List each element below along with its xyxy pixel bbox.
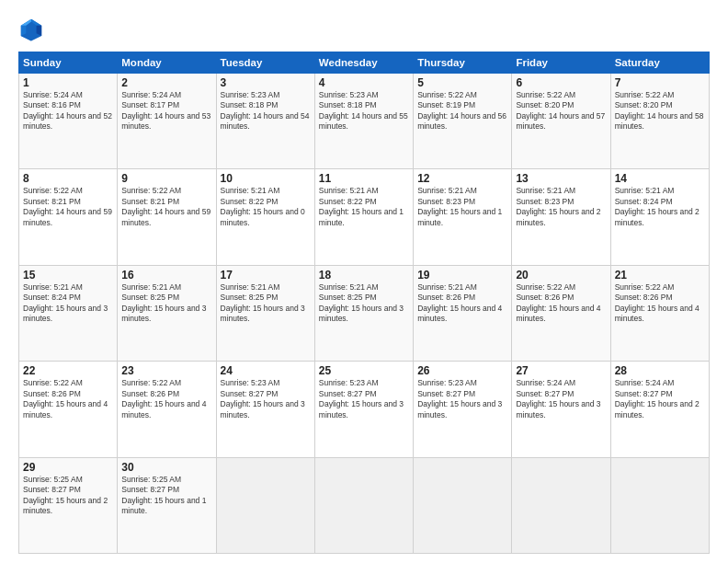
day-number: 23 bbox=[121, 364, 211, 377]
day-number: 6 bbox=[516, 76, 606, 89]
calendar-cell: 20 Sunrise: 5:22 AM Sunset: 8:26 PM Dayl… bbox=[512, 265, 610, 361]
day-number: 21 bbox=[615, 269, 705, 282]
day-info: Sunrise: 5:24 AM Sunset: 8:17 PM Dayligh… bbox=[121, 90, 211, 132]
day-number: 28 bbox=[615, 364, 705, 377]
calendar-week-5: 29 Sunrise: 5:25 AM Sunset: 8:27 PM Dayl… bbox=[19, 457, 710, 553]
calendar-cell bbox=[610, 457, 709, 553]
day-info: Sunrise: 5:23 AM Sunset: 8:27 PM Dayligh… bbox=[221, 378, 311, 420]
day-number: 20 bbox=[516, 269, 606, 282]
day-number: 7 bbox=[615, 76, 705, 89]
calendar-cell: 5 Sunrise: 5:22 AM Sunset: 8:19 PM Dayli… bbox=[414, 74, 512, 169]
day-info: Sunrise: 5:21 AM Sunset: 8:26 PM Dayligh… bbox=[417, 282, 507, 325]
day-info: Sunrise: 5:21 AM Sunset: 8:24 PM Dayligh… bbox=[615, 186, 705, 228]
calendar-cell: 11 Sunrise: 5:21 AM Sunset: 8:22 PM Dayl… bbox=[314, 169, 413, 265]
day-info: Sunrise: 5:23 AM Sunset: 8:27 PM Dayligh… bbox=[417, 378, 507, 420]
calendar-cell: 12 Sunrise: 5:21 AM Sunset: 8:23 PM Dayl… bbox=[414, 169, 512, 265]
day-number: 10 bbox=[221, 172, 311, 185]
calendar-table: SundayMondayTuesdayWednesdayThursdayFrid… bbox=[18, 52, 710, 554]
calendar-cell: 24 Sunrise: 5:23 AM Sunset: 8:27 PM Dayl… bbox=[216, 362, 314, 457]
calendar-cell: 8 Sunrise: 5:22 AM Sunset: 8:21 PM Dayli… bbox=[19, 169, 118, 265]
day-info: Sunrise: 5:21 AM Sunset: 8:24 PM Dayligh… bbox=[23, 282, 113, 325]
calendar-cell: 28 Sunrise: 5:24 AM Sunset: 8:27 PM Dayl… bbox=[610, 362, 709, 457]
day-info: Sunrise: 5:22 AM Sunset: 8:26 PM Dayligh… bbox=[23, 378, 113, 420]
day-info: Sunrise: 5:21 AM Sunset: 8:23 PM Dayligh… bbox=[516, 186, 606, 228]
calendar-header-friday: Friday bbox=[512, 52, 610, 74]
calendar-cell bbox=[216, 457, 314, 553]
calendar-header-row: SundayMondayTuesdayWednesdayThursdayFrid… bbox=[19, 52, 710, 74]
day-info: Sunrise: 5:21 AM Sunset: 8:23 PM Dayligh… bbox=[417, 186, 507, 228]
day-number: 25 bbox=[319, 364, 409, 377]
day-info: Sunrise: 5:24 AM Sunset: 8:27 PM Dayligh… bbox=[516, 378, 606, 420]
day-number: 30 bbox=[121, 461, 211, 474]
day-number: 4 bbox=[319, 76, 409, 89]
calendar-cell: 2 Sunrise: 5:24 AM Sunset: 8:17 PM Dayli… bbox=[118, 74, 216, 169]
calendar-body: 1 Sunrise: 5:24 AM Sunset: 8:16 PM Dayli… bbox=[19, 74, 710, 554]
day-number: 16 bbox=[121, 269, 211, 282]
day-info: Sunrise: 5:22 AM Sunset: 8:20 PM Dayligh… bbox=[615, 90, 705, 132]
calendar-cell: 6 Sunrise: 5:22 AM Sunset: 8:20 PM Dayli… bbox=[512, 74, 610, 169]
calendar-cell: 13 Sunrise: 5:21 AM Sunset: 8:23 PM Dayl… bbox=[512, 169, 610, 265]
day-number: 24 bbox=[221, 364, 311, 377]
day-info: Sunrise: 5:21 AM Sunset: 8:25 PM Dayligh… bbox=[319, 282, 409, 325]
day-info: Sunrise: 5:22 AM Sunset: 8:21 PM Dayligh… bbox=[121, 186, 211, 228]
day-info: Sunrise: 5:21 AM Sunset: 8:22 PM Dayligh… bbox=[319, 186, 409, 228]
day-number: 22 bbox=[23, 364, 113, 377]
calendar-cell: 17 Sunrise: 5:21 AM Sunset: 8:25 PM Dayl… bbox=[216, 265, 314, 361]
day-number: 14 bbox=[615, 172, 705, 185]
day-number: 8 bbox=[23, 172, 113, 185]
day-info: Sunrise: 5:23 AM Sunset: 8:27 PM Dayligh… bbox=[319, 378, 409, 420]
calendar-cell: 1 Sunrise: 5:24 AM Sunset: 8:16 PM Dayli… bbox=[19, 74, 118, 169]
calendar-week-4: 22 Sunrise: 5:22 AM Sunset: 8:26 PM Dayl… bbox=[19, 362, 710, 457]
day-number: 15 bbox=[23, 269, 113, 282]
calendar-cell: 15 Sunrise: 5:21 AM Sunset: 8:24 PM Dayl… bbox=[19, 265, 118, 361]
day-info: Sunrise: 5:25 AM Sunset: 8:27 PM Dayligh… bbox=[121, 475, 211, 517]
day-number: 12 bbox=[417, 172, 507, 185]
calendar-cell: 25 Sunrise: 5:23 AM Sunset: 8:27 PM Dayl… bbox=[314, 362, 413, 457]
calendar-cell bbox=[512, 457, 610, 553]
calendar-week-1: 1 Sunrise: 5:24 AM Sunset: 8:16 PM Dayli… bbox=[19, 74, 710, 169]
day-info: Sunrise: 5:24 AM Sunset: 8:27 PM Dayligh… bbox=[615, 378, 705, 420]
calendar-cell: 30 Sunrise: 5:25 AM Sunset: 8:27 PM Dayl… bbox=[118, 457, 216, 553]
day-info: Sunrise: 5:22 AM Sunset: 8:26 PM Dayligh… bbox=[121, 378, 211, 420]
calendar-week-2: 8 Sunrise: 5:22 AM Sunset: 8:21 PM Dayli… bbox=[19, 169, 710, 265]
day-number: 13 bbox=[516, 172, 606, 185]
day-number: 3 bbox=[221, 76, 311, 89]
day-number: 26 bbox=[417, 364, 507, 377]
day-number: 17 bbox=[221, 269, 311, 282]
day-info: Sunrise: 5:21 AM Sunset: 8:22 PM Dayligh… bbox=[221, 186, 311, 228]
calendar-cell bbox=[414, 457, 512, 553]
day-info: Sunrise: 5:21 AM Sunset: 8:25 PM Dayligh… bbox=[121, 282, 211, 325]
day-number: 11 bbox=[319, 172, 409, 185]
calendar-header-saturday: Saturday bbox=[610, 52, 709, 74]
day-number: 27 bbox=[516, 364, 606, 377]
day-info: Sunrise: 5:22 AM Sunset: 8:21 PM Dayligh… bbox=[23, 186, 113, 228]
calendar-cell: 29 Sunrise: 5:25 AM Sunset: 8:27 PM Dayl… bbox=[19, 457, 118, 553]
day-number: 9 bbox=[121, 172, 211, 185]
day-number: 29 bbox=[23, 461, 113, 474]
calendar-header-monday: Monday bbox=[118, 52, 216, 74]
calendar-week-3: 15 Sunrise: 5:21 AM Sunset: 8:24 PM Dayl… bbox=[19, 265, 710, 361]
calendar-header-thursday: Thursday bbox=[414, 52, 512, 74]
calendar-cell: 10 Sunrise: 5:21 AM Sunset: 8:22 PM Dayl… bbox=[216, 169, 314, 265]
day-info: Sunrise: 5:22 AM Sunset: 8:19 PM Dayligh… bbox=[417, 90, 507, 132]
calendar-cell: 14 Sunrise: 5:21 AM Sunset: 8:24 PM Dayl… bbox=[610, 169, 709, 265]
calendar-cell: 3 Sunrise: 5:23 AM Sunset: 8:18 PM Dayli… bbox=[216, 74, 314, 169]
calendar-cell: 18 Sunrise: 5:21 AM Sunset: 8:25 PM Dayl… bbox=[314, 265, 413, 361]
day-info: Sunrise: 5:23 AM Sunset: 8:18 PM Dayligh… bbox=[221, 90, 311, 132]
day-info: Sunrise: 5:25 AM Sunset: 8:27 PM Dayligh… bbox=[23, 475, 113, 517]
day-number: 1 bbox=[23, 76, 113, 89]
calendar-cell: 26 Sunrise: 5:23 AM Sunset: 8:27 PM Dayl… bbox=[414, 362, 512, 457]
day-number: 18 bbox=[319, 269, 409, 282]
calendar-cell: 23 Sunrise: 5:22 AM Sunset: 8:26 PM Dayl… bbox=[118, 362, 216, 457]
day-info: Sunrise: 5:22 AM Sunset: 8:20 PM Dayligh… bbox=[516, 90, 606, 132]
day-info: Sunrise: 5:24 AM Sunset: 8:16 PM Dayligh… bbox=[23, 90, 113, 132]
calendar-cell: 19 Sunrise: 5:21 AM Sunset: 8:26 PM Dayl… bbox=[414, 265, 512, 361]
calendar-cell: 27 Sunrise: 5:24 AM Sunset: 8:27 PM Dayl… bbox=[512, 362, 610, 457]
day-info: Sunrise: 5:22 AM Sunset: 8:26 PM Dayligh… bbox=[615, 282, 705, 325]
calendar-header-tuesday: Tuesday bbox=[216, 52, 314, 74]
page: SundayMondayTuesdayWednesdayThursdayFrid… bbox=[0, 0, 728, 563]
calendar-header-sunday: Sunday bbox=[19, 52, 118, 74]
calendar-cell bbox=[314, 457, 413, 553]
calendar-cell: 7 Sunrise: 5:22 AM Sunset: 8:20 PM Dayli… bbox=[610, 74, 709, 169]
logo-icon bbox=[18, 17, 44, 42]
